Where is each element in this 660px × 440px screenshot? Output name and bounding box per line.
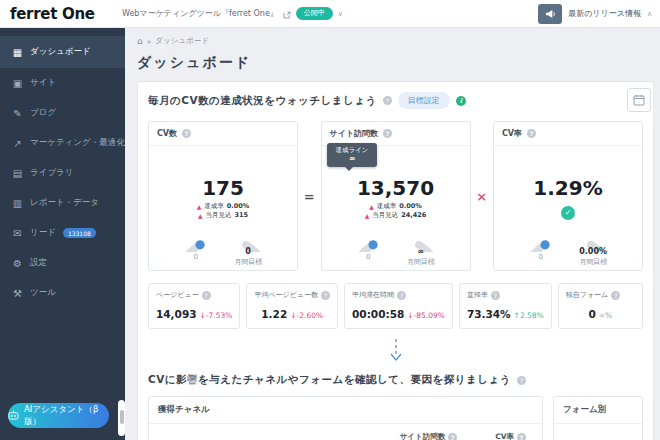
help-icon[interactable]: ? (527, 129, 536, 138)
goal-line-tooltip: 達成ライン ∞ (327, 143, 378, 167)
site-icon: ▣ (12, 78, 23, 89)
achievement-rate-row: ▲ 達成率 0.00% (149, 202, 297, 211)
help-icon[interactable]: ? (517, 433, 526, 440)
times-operator: × (476, 189, 487, 204)
metric-label: 独自フォーム (566, 290, 609, 300)
sidebar-item-lead[interactable]: ✉ リード 133108 (0, 218, 125, 248)
gauges-row: CV数 ? 175 ▲ 達成率 (148, 121, 643, 271)
help-icon[interactable]: ? (202, 291, 211, 300)
sidebar-item-label: ツール (30, 287, 56, 299)
sidebar-item-label: ライブラリ (30, 167, 74, 179)
sidebar-item-report[interactable]: ▥ レポート・データ (0, 188, 125, 218)
warning-triangle-icon: ▲ (197, 202, 202, 211)
rate-value: 0.00% (227, 202, 250, 211)
metric-value: 73.34% (467, 308, 511, 320)
forecast-label: 当月見込 (372, 211, 398, 220)
breadcrumb: ⌂ » ダッシュボード (137, 36, 654, 46)
release-info-toggle[interactable]: 最新のリリース情報 ∧ (538, 4, 652, 24)
gauge-title: CV数 (157, 128, 177, 139)
gauge-card-site-visits: サイト訪問数 ? 達成ライン ∞ 13,570 (321, 121, 471, 271)
date-range-button[interactable] (627, 88, 651, 112)
sidebar-item-settings[interactable]: ⚙ 設定 (0, 248, 125, 278)
scrollbar-thumb[interactable] (120, 410, 124, 424)
main-content: ⌂ » ダッシュボード ダッシュボード 毎月のCV数の達成状況をウォッチしましょ… (125, 28, 660, 440)
home-icon[interactable]: ⌂ (137, 36, 143, 46)
sidebar-item-tools[interactable]: ⚒ ツール (0, 278, 125, 308)
sidebar-scrollbar[interactable] (118, 400, 125, 436)
blog-icon: ✎ (12, 108, 23, 119)
metric-change: -85.09% (414, 311, 445, 320)
dashboard-icon: ▦ (12, 47, 23, 58)
help-icon[interactable]: ? (321, 291, 330, 300)
help-icon[interactable]: ? (182, 129, 191, 138)
warning-triangle-icon: ▲ (198, 211, 203, 220)
metric-label: ページビュー (156, 290, 199, 300)
gear-icon: ⚙ (12, 258, 23, 269)
ai-assistant-button[interactable]: AIアシスタント（β版） (8, 403, 109, 428)
help-icon[interactable]: ? (611, 291, 620, 300)
external-link-icon[interactable] (283, 4, 291, 23)
gauge-value: 1.29% (494, 176, 642, 200)
site-selector[interactable]: Webマーケティングツール『ferret One』 公開中 ∨ (122, 4, 343, 23)
sidebar-item-label: 設定 (30, 257, 47, 269)
help-icon[interactable]: ? (383, 96, 392, 105)
sidebar-item-marketing[interactable]: ↗ マーケティング・最適化 (0, 128, 125, 158)
chevron-down-icon[interactable]: ∨ (338, 10, 343, 18)
page-title: ダッシュボード (137, 54, 654, 72)
sidebar-item-dashboard[interactable]: ▦ ダッシュボード (0, 36, 125, 68)
ai-assistant-label: AIアシスタント（β版） (24, 404, 109, 428)
dashboard-panel: 毎月のCV数の達成状況をウォッチしましょう ? 目標設定 i CV数 ? (137, 81, 654, 440)
sidebar-item-label: マーケティング・最適化 (30, 137, 125, 149)
sidebar-item-label: ブログ (30, 107, 56, 119)
form-card-title: フォーム別 (554, 397, 642, 424)
sidebar-item-blog[interactable]: ✎ ブログ (0, 98, 125, 128)
gauge-min-label: 0 (366, 253, 370, 261)
flow-down-arrow (148, 339, 643, 363)
sidebar-item-library[interactable]: ▤ ライブラリ (0, 158, 125, 188)
chevron-up-icon[interactable]: ∧ (647, 10, 652, 18)
info-icon[interactable]: i (456, 96, 466, 106)
tooltip-value: ∞ (336, 155, 369, 163)
gauge-value: 175 (149, 176, 297, 200)
help-icon[interactable]: ? (517, 376, 526, 385)
gauge-goal-value: 0 (211, 247, 285, 256)
goal-setting-button[interactable]: 目標設定 (398, 92, 450, 109)
gauge-min-label: 0 (538, 253, 542, 261)
megaphone-icon[interactable] (538, 4, 562, 24)
top-bar: ferret One Webマーケティングツール『ferret One』 公開中… (0, 0, 660, 28)
column-header-visits: サイト訪問数 (400, 432, 446, 440)
metric-label: 直帰率 (467, 290, 488, 300)
metric-card-pageviews: ページビュー? 14,093↓-7.53% (148, 283, 240, 329)
robot-icon (8, 410, 19, 422)
release-info-label: 最新のリリース情報 (568, 8, 641, 19)
analysis-section-header: CVに影響を与えたチャネルやフォームを確認して、要因を探りましょう ? (148, 373, 643, 387)
forecast-row: ▲ 当月見込 315 (149, 211, 297, 220)
sidebar-item-label: リード (30, 227, 56, 239)
rate-value: 0.00% (399, 202, 422, 211)
gauge-title: CV率 (502, 128, 522, 139)
metric-value: 1.22 (261, 308, 287, 320)
achievement-rate-row: ▲ 達成率 0.00% (322, 202, 470, 211)
analysis-section-title: CVに影響を与えたチャネルやフォームを確認して、要因を探りましょう (148, 373, 511, 387)
goal-section-header: 毎月のCV数の達成状況をウォッチしましょう ? 目標設定 i (148, 92, 643, 109)
site-label: Webマーケティングツール『ferret One』 (122, 8, 278, 19)
help-icon[interactable]: ? (491, 291, 500, 300)
metric-card-avg-pageviews: 平均ページビュー数? 1.22↓-2.60% (246, 283, 338, 329)
metric-label: 平均ページビュー数 (254, 290, 318, 300)
metric-change: 2.58% (520, 311, 544, 320)
help-icon[interactable]: ? (383, 129, 392, 138)
metric-value: 0 (589, 308, 596, 320)
breadcrumb-separator: » (147, 37, 152, 46)
warning-triangle-icon: ▲ (365, 211, 370, 220)
app-logo: ferret One (10, 5, 122, 23)
form-card: フォーム別 (553, 396, 643, 440)
gauge-card-cv-rate: CV率 ? 1.29% ✓ 0 0 (493, 121, 643, 271)
help-icon[interactable]: ? (397, 291, 406, 300)
gauge-min-label: 0 (193, 253, 197, 261)
metric-change: -2.60% (297, 311, 324, 320)
help-icon[interactable]: ? (448, 433, 457, 440)
check-icon: ✓ (561, 206, 575, 220)
sidebar-item-site[interactable]: ▣ サイト (0, 68, 125, 98)
metric-card-custom-form: 独自フォーム? 0∞% (558, 283, 643, 329)
column-header-cv-rate: CV率 (495, 432, 514, 440)
